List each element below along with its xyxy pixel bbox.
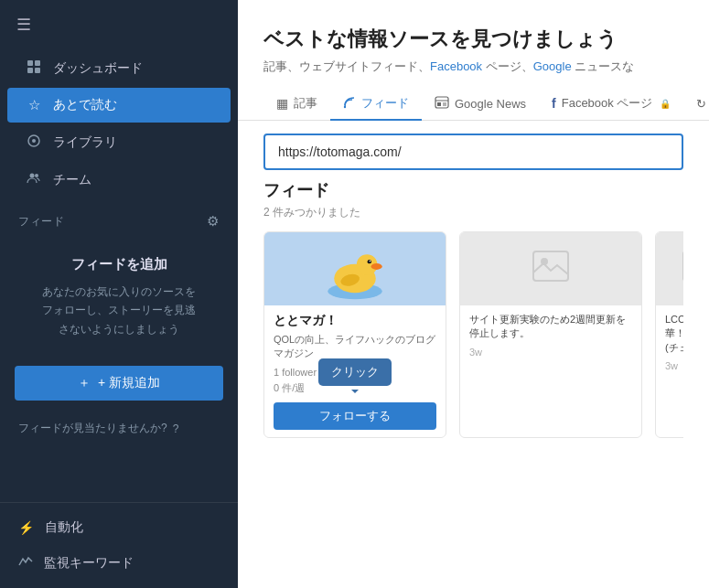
svg-point-19 [370,261,371,262]
image-placeholder-icon-3 [682,251,683,288]
feed-card-1: ととマガ！ QOLの向上、ライフハックのブログマガジン 1 follower 0… [263,231,446,438]
tab-more[interactable]: ↻ [683,90,709,120]
svg-point-17 [371,263,382,270]
page-subtitle: 記事、ウェブサイトフィード、Facebook ページ、Google ニュースな [263,59,683,75]
badge-icon: 🔒 [660,99,671,109]
feed-card-2: サイト更新実験のため2週間更新を停止します。 3w [459,231,642,438]
hamburger-icon[interactable]: ☰ [0,0,238,49]
main-content: ベストな情報ソースを見つけましょう 記事、ウェブサイトフィード、Facebook… [238,0,709,588]
feed-settings-icon[interactable]: ⚙ [207,213,220,230]
feed-empty-title: フィードを追加 [22,253,216,275]
image-placeholder-icon [532,251,569,288]
feed-card-1-body: ととマガ！ QOLの向上、ライフハックのブログマガジン 1 follower 0… [264,305,446,437]
sidebar-item-library-label: ライブラリ [53,134,117,151]
google-news-icon [435,96,449,112]
team-icon [26,171,42,188]
svg-rect-11 [437,102,441,106]
svg-rect-21 [533,251,568,281]
library-icon [26,134,42,151]
sidebar-item-team-label: チーム [53,172,91,188]
feed-card-3-desc: LCCなのに豪華！ジェット国(チェンマイ) [665,313,683,355]
svg-rect-1 [35,60,40,66]
feed-card-3-body: LCCなのに豪華！ジェット国(チェンマイ) 3w [656,305,683,379]
feed-icon [343,96,356,112]
facebook-icon: f [552,96,556,111]
sidebar-item-automation[interactable]: ⚡ 自動化 [0,510,238,545]
feed-card-3-image [656,232,683,305]
question-icon: ? [173,422,179,435]
svg-rect-0 [27,60,33,66]
page-title: ベストな情報ソースを見つけましょう [263,26,683,53]
articles-icon: ▦ [276,96,288,111]
sidebar-item-dashboard-label: ダッシュボード [53,60,143,77]
svg-point-6 [30,174,35,178]
sidebar-item-read-later-label: あとで読む [53,97,117,113]
sidebar-item-library[interactable]: ライブラリ [7,124,231,160]
feed-card-2-ago: 3w [469,347,632,358]
feed-empty-block: フィードを追加 あなたのお気に入りのソースをフォローし、ストーリーを見逃さないよ… [0,235,238,357]
missing-feed-link[interactable]: フィードが見当たりませんか? ? [0,410,238,447]
tab-articles[interactable]: ▦ 記事 [263,88,330,121]
dashboard-icon [26,59,42,77]
main-header: ベストな情報ソースを見つけましょう 記事、ウェブサイトフィード、Facebook… [238,0,709,88]
add-feed-button[interactable]: ＋ + 新規追加 [15,366,223,401]
svg-point-5 [32,139,36,143]
svg-point-8 [344,105,346,107]
tab-facebook[interactable]: f Facebook ページ 🔒 [539,88,683,121]
tab-google-news[interactable]: Google News [422,89,539,121]
follow-button-container: クリック フォローする [274,399,436,430]
feeds-count: 2 件みつかりました [263,205,683,220]
sidebar-item-keywords[interactable]: 監視キーワード [0,545,238,581]
svg-rect-3 [35,68,40,73]
svg-point-7 [35,174,38,177]
sidebar-bottom: ⚡ 自動化 監視キーワード [0,502,238,588]
sidebar-item-dashboard[interactable]: ダッシュボード [7,50,231,86]
feed-card-2-desc: サイト更新実験のため2週間更新を停止します。 [469,313,632,341]
sidebar-item-read-later[interactable]: ☆ あとで読む [7,88,231,123]
feed-card-1-image [264,232,446,305]
feed-card-1-desc: QOLの向上、ライフハックのブログマガジン [274,333,436,361]
svg-rect-2 [27,68,33,73]
sidebar: ☰ ダッシュボード ☆ あとで読む ライブラリ チーム フィード ⚙ フィードを… [0,0,238,588]
feed-card-3-ago: 3w [665,360,683,371]
keywords-icon [18,554,33,572]
plus-icon: ＋ [78,375,91,391]
feed-card-2-body: サイト更新実験のため2週間更新を停止します。 3w [460,305,641,365]
search-input[interactable] [263,134,683,170]
feed-card-1-name: ととマガ！ [274,313,436,329]
feed-empty-desc: あなたのお気に入りのソースをフォローし、ストーリーを見逃さないようにしましょう [22,283,216,338]
follow-button-1[interactable]: フォローする [274,402,436,430]
feed-cards-row: ととマガ！ QOLの向上、ライフハックのブログマガジン 1 follower 0… [263,231,683,438]
feed-section: フィード ⚙ [0,198,238,235]
feed-card-3: LCCなのに豪華！ジェット国(チェンマイ) 3w [655,231,683,438]
click-tooltip: クリック [318,358,392,386]
feeds-heading: フィード [263,179,683,201]
feed-card-2-image [460,232,641,305]
tab-bar: ▦ 記事 フィード Google News f Facebook ページ 🔒 ↻ [238,88,709,121]
sidebar-item-team[interactable]: チーム [7,162,231,198]
svg-point-18 [368,260,371,263]
feeds-content: フィード 2 件みつかりました [238,179,709,588]
search-area [238,121,709,179]
tab-feed[interactable]: フィード [330,88,422,121]
automation-icon: ⚡ [18,520,34,535]
refresh-icon: ↻ [696,97,706,111]
read-later-icon: ☆ [26,97,42,113]
